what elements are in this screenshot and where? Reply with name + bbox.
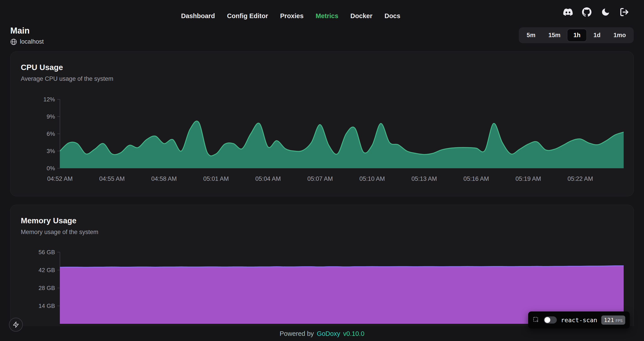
- svg-text:05:10 AM: 05:10 AM: [359, 175, 385, 182]
- time-range-1mo[interactable]: 1mo: [607, 29, 632, 42]
- nav-item-docker[interactable]: Docker: [350, 12, 372, 20]
- cpu-card-title: CPU Usage: [21, 63, 623, 72]
- page-header: Main localhost 5m 15m 1h 1d 1mo: [0, 23, 644, 45]
- svg-text:05:01 AM: 05:01 AM: [203, 175, 229, 182]
- fps-value: 121: [604, 317, 614, 323]
- svg-text:05:16 AM: 05:16 AM: [464, 175, 489, 182]
- react-scan-label: react-scan: [561, 317, 597, 323]
- svg-text:05:22 AM: 05:22 AM: [568, 175, 593, 182]
- globe-icon: [10, 39, 17, 45]
- main-content: CPU Usage Average CPU usage of the syste…: [0, 45, 644, 341]
- react-scan-widget: react-scan 121 FPS: [528, 311, 630, 328]
- svg-text:04:58 AM: 04:58 AM: [151, 175, 177, 182]
- svg-text:04:52 AM: 04:52 AM: [47, 175, 73, 182]
- theme-toggle-moon-icon[interactable]: [600, 7, 610, 17]
- time-range-selector: 5m 15m 1h 1d 1mo: [519, 27, 634, 43]
- svg-text:05:07 AM: 05:07 AM: [307, 175, 333, 182]
- cpu-usage-card: CPU Usage Average CPU usage of the syste…: [10, 52, 634, 196]
- svg-text:05:04 AM: 05:04 AM: [255, 175, 281, 182]
- site-info: Main localhost: [10, 26, 44, 45]
- host-row: localhost: [10, 38, 44, 45]
- cpu-chart-area: 0%3%6%9%12%04:52 AM04:55 AM04:58 AM05:01…: [21, 94, 623, 186]
- discord-icon[interactable]: [563, 7, 573, 17]
- memory-card-subtitle: Memory usage of the system: [21, 229, 623, 236]
- time-range-5m[interactable]: 5m: [520, 29, 542, 42]
- svg-text:42 GB: 42 GB: [38, 267, 55, 273]
- toggle-knob: [544, 317, 550, 323]
- memory-card-title: Memory Usage: [21, 216, 623, 225]
- svg-text:3%: 3%: [46, 148, 55, 154]
- svg-text:28 GB: 28 GB: [38, 285, 55, 291]
- svg-text:04:55 AM: 04:55 AM: [99, 175, 125, 182]
- time-range-1d[interactable]: 1d: [587, 29, 607, 42]
- nav-item-config-editor[interactable]: Config Editor: [227, 12, 268, 20]
- svg-text:0%: 0%: [46, 165, 55, 172]
- version-label: v0.10.0: [343, 330, 364, 337]
- nav-links: Dashboard Config Editor Proxies Metrics …: [181, 12, 400, 20]
- svg-text:6%: 6%: [46, 130, 55, 137]
- powered-by-label: Powered by: [280, 330, 314, 337]
- svg-text:05:13 AM: 05:13 AM: [412, 175, 437, 182]
- zap-icon: [12, 321, 19, 328]
- github-icon[interactable]: [582, 7, 592, 17]
- nav-item-docs[interactable]: Docs: [384, 12, 400, 20]
- quick-actions-button[interactable]: [9, 318, 23, 331]
- nav-icon-group: [563, 7, 629, 17]
- fps-unit: FPS: [616, 319, 622, 323]
- nav-item-proxies[interactable]: Proxies: [280, 12, 304, 20]
- cpu-usage-chart: 0%3%6%9%12%04:52 AM04:55 AM04:58 AM05:01…: [21, 94, 624, 186]
- logout-icon[interactable]: [620, 7, 629, 17]
- godoxy-link[interactable]: GoDoxy: [317, 330, 340, 337]
- cpu-card-subtitle: Average CPU usage of the system: [21, 75, 623, 82]
- fps-badge: 121 FPS: [601, 315, 625, 325]
- time-range-15m[interactable]: 15m: [542, 29, 567, 42]
- svg-text:56 GB: 56 GB: [38, 249, 55, 255]
- top-nav: Dashboard Config Editor Proxies Metrics …: [0, 0, 644, 23]
- react-scan-toggle[interactable]: [544, 316, 557, 323]
- nav-item-dashboard[interactable]: Dashboard: [181, 12, 215, 20]
- svg-text:14 GB: 14 GB: [38, 302, 55, 309]
- svg-text:9%: 9%: [46, 113, 55, 120]
- nav-item-metrics[interactable]: Metrics: [316, 12, 338, 20]
- svg-text:12%: 12%: [44, 96, 55, 103]
- inspect-icon[interactable]: [533, 316, 540, 323]
- svg-text:05:19 AM: 05:19 AM: [516, 175, 541, 182]
- hostname-label: localhost: [20, 38, 44, 45]
- page-title: Main: [10, 26, 44, 36]
- time-range-1h[interactable]: 1h: [567, 29, 587, 42]
